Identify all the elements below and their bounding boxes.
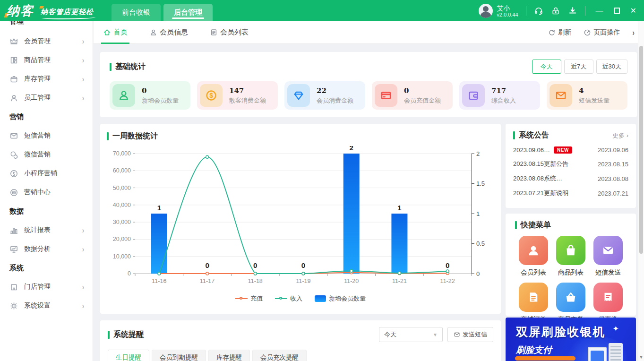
sidebar-item-营销中心[interactable]: 营销中心 [0,183,93,202]
sidebar-item-系统设置[interactable]: 系统设置› [0,296,93,315]
reminders-title: 系统提醒 [108,330,144,340]
reminder-tab-库存提醒[interactable]: 库存提醒 [208,350,250,361]
scrollbar-thumb[interactable] [639,46,643,254]
range-button-近7天[interactable]: 近7天 [564,60,593,74]
header-tab-前台收银[interactable]: 前台收银 [112,4,161,21]
refresh-icon [548,29,556,36]
main-area: 首页会员信息会员列表 刷新 页面操作 › 基础统计 今天近7 [94,21,644,361]
announcement-row[interactable]: 2023.07.21更新说明2023.07.21 [513,189,628,198]
home-icon [103,28,111,36]
svg-text:2: 2 [476,150,480,157]
sidebar-item-label: 库存管理 [24,75,51,83]
logo-text: 纳客 [7,2,34,19]
legend-item-新增会员数量[interactable]: 新增会员数量 [315,294,366,303]
send-sms-button[interactable]: 发送短信 [447,327,493,342]
page-ops-chevron-icon[interactable]: › [632,28,635,37]
minimize-button[interactable]: — [596,7,603,15]
q-mail-icon [601,243,615,258]
legend-label: 收入 [290,294,302,303]
quick-item-商品列表[interactable]: 商品列表 [556,236,585,277]
app-header: 纳客 纳客管店更轻松 前台收银后台管理 艾小 v2.0.0.44 — ✕ [0,0,644,21]
user-info[interactable]: 艾小 v2.0.0.44 [479,4,518,18]
svg-text:10,000: 10,000 [113,253,131,260]
announcement-date: 2023.08.08 [598,175,628,182]
sidebar-item-会员管理[interactable]: 会员管理› [0,32,93,51]
stat-card-会员充值金额: 0会员充值金额 [372,81,453,110]
tab-会员列表[interactable]: 会员列表 [210,21,249,44]
quick-item-短信发送[interactable]: 短信发送 [593,236,623,277]
promo-banner[interactable]: 双屏刷脸收银机 刷脸支付 ✦ [506,318,636,361]
reminder-range-select[interactable]: 今天 ▼ [379,327,443,342]
close-button[interactable]: ✕ [630,7,636,15]
reminders-card: 系统提醒 今天 ▼ 发送短信 生日提醒会员到期提醒库存提醒会员充次提醒 [100,320,501,361]
svg-text:0: 0 [253,261,257,269]
crown-icon [9,37,18,46]
goods-icon [9,56,18,65]
tab-会员信息[interactable]: 会员信息 [149,21,188,44]
lock-icon[interactable] [551,6,560,16]
quick-item-会员列表[interactable]: 会员列表 [519,236,548,277]
banner-subline: 刷脸支付 [516,344,552,356]
maximize-button[interactable] [614,8,620,14]
stat-value: 4 [579,86,610,95]
avatar[interactable] [479,4,493,18]
sidebar-item-商品管理[interactable]: 商品管理› [0,51,93,69]
announcement-date: 2023.08.15 [598,161,628,168]
download-icon[interactable] [568,6,577,16]
quick-tile [556,283,585,312]
page-ops-button[interactable]: 页面操作 [584,28,620,37]
svg-text:70,000: 70,000 [113,150,131,157]
staff-icon [9,94,18,103]
reminder-tabs: 生日提醒会员到期提醒库存提醒会员充次提醒 [108,350,493,361]
reminder-tab-生日提醒[interactable]: 生日提醒 [108,350,149,361]
announcements-more-link[interactable]: 更多 › [612,131,628,140]
headset-icon[interactable] [534,6,543,16]
tab-首页[interactable]: 首页 [103,21,128,44]
sidebar-item-库存管理[interactable]: 库存管理› [0,69,93,88]
vertical-scrollbar: ▼ [638,21,644,361]
range-button-今天[interactable]: 今天 [532,60,561,74]
stat-label: 散客消费金额 [229,96,266,105]
legend-bar-marker [315,295,326,302]
header-tab-后台管理[interactable]: 后台管理 [163,4,213,21]
stat-label: 短信发送量 [579,96,610,105]
sidebar-item-微信营销[interactable]: 微信营销 [0,145,93,164]
sidebar-item-统计报表[interactable]: 统计报表› [0,221,93,240]
legend-item-充值[interactable]: 充值 [235,294,263,303]
legend-line-marker [275,298,287,299]
svg-text:1: 1 [397,204,401,212]
sidebar-item-员工管理[interactable]: 员工管理› [0,88,93,107]
range-button-近30天[interactable]: 近30天 [596,60,627,74]
gear-icon [9,301,18,310]
scrollbar-down-arrow[interactable]: ▼ [638,355,644,360]
announcement-row[interactable]: 2023.09.06…NEW2023.09.06 [513,146,628,154]
announcement-title: 2023.07.21更新说明 [513,189,568,198]
refresh-button[interactable]: 刷新 [548,28,571,37]
quick-tile [556,236,585,265]
sidebar-item-数据分析[interactable]: 数据分析› [0,240,93,258]
stat-label: 新增会员数量 [142,96,179,105]
reminder-tab-会员到期提醒[interactable]: 会员到期提醒 [152,350,206,361]
announcement-row[interactable]: 2023.08.15更新公告2023.08.15 [513,160,628,168]
chart-legend: 充值收入新增会员数量 [107,294,494,303]
sidebar-item-门店管理[interactable]: 门店管理› [0,277,93,296]
sidebar-section-系统: 系统 [0,258,93,277]
sidebar-item-小程序营销[interactable]: 小程序营销 [0,164,93,183]
reminder-tab-会员充次提醒[interactable]: 会员充次提醒 [252,350,307,361]
week-chart-card: 一周数据统计 70,00060,00050,00040,00030,00020,… [100,124,501,314]
range-button-group: 今天近7天近30天 [532,60,627,74]
chart-title: 一周数据统计 [107,131,494,141]
sidebar-item-label: 会员管理 [24,37,51,45]
sparkle-icon: ✦ [613,324,619,333]
announcement-row[interactable]: 2023.08.08系统…2023.08.08 [513,174,628,183]
svg-text:20,000: 20,000 [113,236,131,242]
svg-text:1.5: 1.5 [476,180,485,187]
legend-item-收入[interactable]: 收入 [275,294,302,303]
sidebar-item-label: 员工管理 [24,94,51,102]
announcements-card: 系统公告 更多 › 2023.09.06…NEW2023.09.062023.0… [506,124,636,208]
svg-text:0: 0 [128,270,131,277]
announcements-title: 系统公告 [513,130,549,140]
stat-cards-row: 0新增会员数量$147散客消费金额22会员消费金额0会员充值金额717综合收入4… [110,81,627,110]
stat-value: 22 [317,86,353,95]
sidebar-item-短信营销[interactable]: 短信营销 [0,126,93,145]
